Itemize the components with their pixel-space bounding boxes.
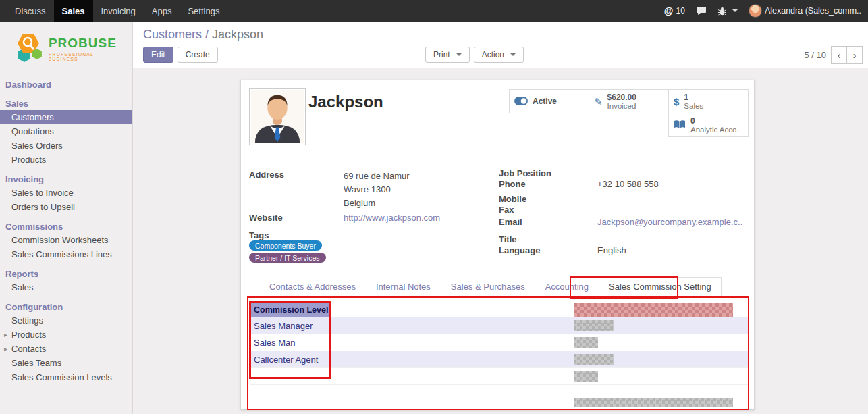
stat-value: 0 — [690, 116, 743, 126]
redacted-footer-cells — [574, 398, 733, 407]
menu-sales[interactable]: Sales — [54, 0, 93, 22]
company-logo[interactable]: PROBUSE PROFESSIONAL BUSINESS — [0, 22, 132, 73]
sidebar-item-settings[interactable]: Settings — [0, 313, 132, 328]
bug-icon[interactable] — [717, 7, 738, 16]
stat-value: $620.00 — [607, 93, 636, 102]
tab-sales-commission-setting[interactable]: Sales Commission Setting — [599, 277, 722, 296]
sidebar-item-config-contacts[interactable]: ▸Contacts — [0, 342, 132, 356]
table-row-callcenter-agent[interactable]: Callcenter Agent — [250, 351, 749, 368]
website-link[interactable]: http://www.jackpson.com — [344, 213, 440, 223]
control-panel: Customers / Jackpson Edit Create Print A… — [133, 22, 868, 68]
language-field: LanguageEnglish — [499, 245, 626, 255]
sidebar-heading-invoicing[interactable]: Invoicing — [0, 173, 132, 186]
address-label: Address — [249, 170, 344, 180]
create-button[interactable]: Create — [178, 47, 218, 63]
expand-icon[interactable]: ▸ — [4, 330, 7, 340]
table-footer-row — [250, 396, 749, 408]
sidebar-item-sales-to-invoice[interactable]: Sales to Invoice — [0, 186, 132, 200]
commission-level-cell: Sales Manager — [250, 321, 331, 331]
stat-label: Sales — [684, 102, 703, 110]
logo-text: PROBUSE PROFESSIONAL BUSINESS — [49, 36, 126, 61]
sidebar-heading-configuration[interactable]: Configuration — [0, 301, 132, 313]
menu-invoicing[interactable]: Invoicing — [93, 0, 144, 22]
person-photo-icon — [251, 90, 304, 143]
analytic-accounts-stat-button[interactable]: 0 Analytic Acco... — [668, 113, 749, 137]
mentions-button[interactable]: @ 10 — [664, 5, 685, 16]
sidebar: PROBUSE PROFESSIONAL BUSINESS Dashboard … — [0, 22, 133, 414]
sidebar-item-sales-commission-levels[interactable]: Sales Commission Levels — [0, 370, 132, 384]
title-field: Title — [499, 234, 597, 244]
fax-field: Fax — [499, 205, 597, 215]
menu-settings[interactable]: Settings — [180, 0, 227, 22]
sidebar-heading-sales[interactable]: Sales — [0, 97, 132, 110]
chevron-down-icon — [510, 53, 516, 56]
pager: 5 / 10 — [804, 50, 826, 60]
stat-value: 1 — [684, 93, 703, 102]
column-header-commission-level[interactable]: Commission Level — [250, 303, 331, 317]
language-value: English — [597, 245, 626, 255]
sidebar-heading-reports[interactable]: Reports — [0, 267, 132, 280]
print-button[interactable]: Print — [425, 47, 470, 63]
redacted-cell — [574, 371, 598, 382]
logo-subtitle: PROFESSIONAL BUSINESS — [49, 51, 126, 61]
sidebar-item-products[interactable]: Products — [0, 153, 132, 167]
expand-icon[interactable]: ▸ — [4, 344, 7, 354]
address-line: 69 rue de Namur — [344, 170, 410, 183]
sidebar-item-sales-commissions-lines[interactable]: Sales Commissions Lines — [0, 247, 132, 261]
chat-icon[interactable] — [696, 6, 707, 16]
user-menu[interactable]: Alexandra (Sales_comm.. — [749, 4, 861, 18]
pager-buttons: ‹ › — [831, 46, 863, 64]
table-row-empty[interactable] — [250, 368, 749, 385]
mention-icon: @ — [664, 5, 674, 16]
edit-button[interactable]: Edit — [143, 47, 173, 63]
sidebar-heading-dashboard[interactable]: Dashboard — [0, 78, 132, 91]
action-button[interactable]: Action — [474, 47, 524, 63]
logo-hexagons-icon — [9, 31, 45, 66]
pager-previous-button[interactable]: ‹ — [831, 46, 847, 64]
tags-label: Tags — [249, 230, 344, 240]
redacted-cell — [574, 354, 614, 365]
mention-count: 10 — [676, 6, 685, 16]
job-position-field: Job Position — [499, 168, 597, 178]
tags-field: Tags Components Buyer Partner / IT Servi… — [249, 230, 344, 263]
tab-internal-notes[interactable]: Internal Notes — [366, 277, 441, 296]
tab-accounting[interactable]: Accounting — [535, 277, 599, 296]
avatar — [749, 4, 762, 18]
sidebar-item-config-products[interactable]: ▸Products — [0, 328, 132, 342]
sales-stat-button[interactable]: $ 1 Sales — [668, 89, 749, 113]
pager-next-button[interactable]: › — [846, 46, 863, 64]
invoiced-stat-button[interactable]: ✎ $620.00 Invoiced — [589, 89, 669, 113]
sidebar-heading-commissions[interactable]: Commissions — [0, 220, 132, 233]
breadcrumb-current: Jackpson — [212, 28, 263, 41]
tab-contacts-addresses[interactable]: Contacts & Addresses — [259, 277, 366, 296]
active-stat-button[interactable]: Active — [509, 89, 589, 113]
dollar-icon: $ — [674, 97, 679, 107]
phone-label: Phone — [499, 179, 597, 189]
email-link[interactable]: Jackpson@yourcompany.example.c.. — [597, 217, 742, 227]
table-row-sales-manager[interactable]: Sales Manager — [250, 317, 749, 334]
sidebar-item-reports-sales[interactable]: Sales — [0, 280, 132, 294]
menu-apps[interactable]: Apps — [144, 0, 180, 22]
menu-discuss[interactable]: Discuss — [7, 0, 54, 22]
sidebar-item-customers[interactable]: Customers — [0, 110, 132, 124]
breadcrumb-customers[interactable]: Customers — [143, 28, 202, 41]
table-row-sales-man[interactable]: Sales Man — [250, 334, 749, 351]
sidebar-item-sales-teams[interactable]: Sales Teams — [0, 356, 132, 370]
app-menu: Discuss Sales Invoicing Apps Settings — [7, 0, 227, 22]
tag-badge: Partner / IT Services — [249, 253, 326, 263]
sidebar-item-label: Products — [11, 330, 46, 340]
sidebar-item-sales-orders[interactable]: Sales Orders — [0, 138, 132, 153]
record-sheet: Jackpson Active ✎ $620.00 Invoiced — [240, 80, 755, 410]
record-title: Jackpson — [308, 93, 383, 111]
mobile-field: Mobile — [499, 194, 597, 204]
job-position-label: Job Position — [499, 168, 597, 178]
sidebar-item-quotations[interactable]: Quotations — [0, 124, 132, 138]
mobile-label: Mobile — [499, 194, 597, 204]
sidebar-item-orders-to-upsell[interactable]: Orders to Upsell — [0, 200, 132, 214]
language-label: Language — [499, 245, 597, 255]
sidebar-item-commission-worksheets[interactable]: Commission Worksheets — [0, 233, 132, 247]
tab-sales-purchases[interactable]: Sales & Purchases — [441, 277, 535, 296]
phone-field: Phone+32 10 588 558 — [499, 179, 659, 189]
redacted-cell — [574, 337, 598, 348]
commission-table: Commission Level Sales Manager Sales Man… — [250, 303, 749, 408]
